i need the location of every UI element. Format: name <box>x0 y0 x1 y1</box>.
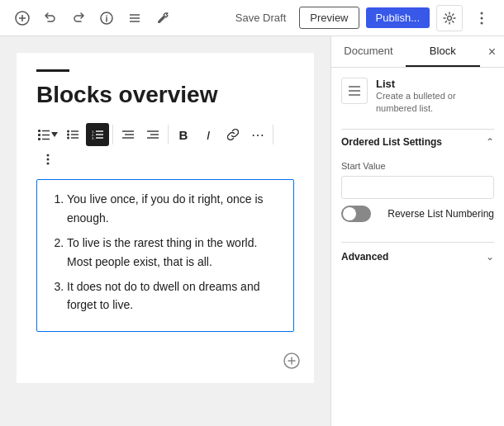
italic-button[interactable]: I <box>197 123 220 146</box>
block-name: List <box>376 78 494 90</box>
outdent-button[interactable] <box>116 123 140 146</box>
editor-canvas: Blocks overview 1.2.3. <box>17 53 314 383</box>
ordered-list-settings-section: Ordered List Settings ⌃ Start Value Reve… <box>341 129 494 235</box>
sidebar-content: List Create a bulleted or numbered list.… <box>331 68 504 426</box>
ordered-list-settings-title: Ordered List Settings <box>341 136 442 148</box>
list-item: You live once, if you do it right, once … <box>67 190 280 227</box>
block-more-button[interactable] <box>36 148 59 171</box>
svg-point-10 <box>481 12 483 14</box>
toolbar-separator-3 <box>273 125 273 144</box>
advanced-chevron-icon: ⌄ <box>486 251 494 263</box>
block-icon <box>341 78 368 104</box>
start-value-label: Start Value <box>341 161 494 171</box>
block-info-text: List Create a bulleted or numbered list. <box>376 78 494 116</box>
svg-point-39 <box>47 163 50 165</box>
list-view-button[interactable] <box>122 6 147 31</box>
bullets-button[interactable] <box>61 123 84 146</box>
toolbar-separator-2 <box>168 125 169 144</box>
toolbar-separator-1 <box>112 125 113 144</box>
redo-button[interactable] <box>66 6 91 31</box>
block-description: Create a bulleted or numbered list. <box>376 90 494 116</box>
sidebar-close-button[interactable]: × <box>480 38 504 66</box>
list-item: It does not do to dwell on dreams and fo… <box>67 277 280 315</box>
reverse-list-toggle[interactable] <box>341 206 371 222</box>
publish-button[interactable]: Publish... <box>366 7 430 28</box>
toolbar-right: Save Draft Preview Publish... <box>229 5 494 31</box>
sidebar-panel: Document Block × List Create a bulleted … <box>330 36 504 426</box>
svg-point-12 <box>481 21 483 24</box>
bold-button[interactable]: B <box>172 123 195 146</box>
page-title[interactable]: Blocks overview <box>36 80 294 110</box>
advanced-title: Advanced <box>341 251 388 263</box>
list-type-dropdown[interactable] <box>36 123 59 146</box>
svg-rect-17 <box>38 138 40 140</box>
svg-point-5 <box>106 15 107 17</box>
preview-button[interactable]: Preview <box>299 7 359 29</box>
ordered-list-settings-header[interactable]: Ordered List Settings ⌃ <box>341 129 494 154</box>
svg-text:3.: 3. <box>92 136 96 140</box>
undo-button[interactable] <box>38 6 63 31</box>
reverse-list-label: Reverse List Numbering <box>388 208 494 220</box>
editor-area: Blocks overview 1.2.3. <box>0 36 330 426</box>
svg-point-11 <box>481 17 483 19</box>
collapse-chevron-icon: ⌃ <box>486 136 494 148</box>
svg-rect-15 <box>38 134 40 136</box>
sidebar-tabs: Document Block × <box>331 36 504 68</box>
toolbar-left <box>10 6 224 31</box>
tab-document[interactable]: Document <box>331 36 406 67</box>
tab-block[interactable]: Block <box>406 36 480 67</box>
add-block-button[interactable] <box>10 6 35 31</box>
save-draft-button[interactable]: Save Draft <box>229 8 292 27</box>
add-block-inline-button[interactable] <box>279 348 304 373</box>
reverse-list-toggle-row: Reverse List Numbering <box>341 199 494 229</box>
start-value-input[interactable] <box>341 176 494 199</box>
list-block[interactable]: You live once, if you do it right, once … <box>36 179 294 331</box>
toggle-knob <box>343 207 356 220</box>
ordered-list: You live once, if you do it right, once … <box>67 190 280 314</box>
indent-button[interactable] <box>141 123 164 146</box>
advanced-header[interactable]: Advanced ⌄ <box>341 243 494 271</box>
block-toolbar: 1.2.3. B I ⋯ <box>36 123 294 171</box>
top-toolbar: Save Draft Preview Publish... <box>0 0 504 36</box>
block-info: List Create a bulleted or numbered list. <box>341 78 494 116</box>
link-button[interactable] <box>221 123 245 146</box>
svg-point-19 <box>67 130 69 133</box>
svg-point-37 <box>47 154 50 157</box>
svg-rect-13 <box>38 130 40 132</box>
more-rich-text-button[interactable]: ⋯ <box>246 123 269 146</box>
details-button[interactable] <box>94 6 119 31</box>
svg-point-23 <box>67 137 69 140</box>
advanced-section: Advanced ⌄ <box>341 242 494 271</box>
title-separator <box>36 69 69 72</box>
ordered-list-button[interactable]: 1.2.3. <box>86 123 109 146</box>
more-options-button[interactable] <box>469 6 494 31</box>
svg-point-38 <box>47 159 50 161</box>
list-item: To live is the rarest thing in the world… <box>67 234 280 271</box>
svg-point-21 <box>67 134 69 136</box>
svg-point-9 <box>448 16 452 20</box>
settings-button[interactable] <box>436 5 463 31</box>
tools-button[interactable] <box>150 6 175 31</box>
main-area: Blocks overview 1.2.3. <box>0 36 504 426</box>
ordered-list-settings-body: Start Value Reverse List Numbering <box>341 154 494 235</box>
